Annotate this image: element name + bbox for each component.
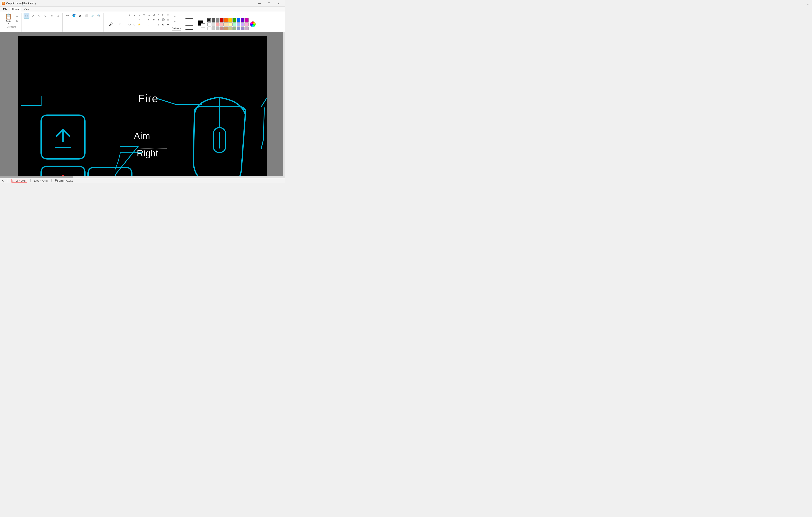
color-wheel[interactable]	[250, 21, 256, 27]
paste-button[interactable]: 📋 Paste ▼	[3, 13, 13, 25]
swatch-green[interactable]	[232, 18, 236, 22]
swatch-ltpink[interactable]	[245, 22, 249, 26]
crop-button[interactable]: ⤢	[30, 13, 36, 19]
canvas-area[interactable]: Fire Aim Right ⬚ 66 × 30px	[0, 32, 285, 178]
horizontal-scrollbar[interactable]	[0, 176, 285, 178]
swatch-ltgreen[interactable]	[232, 22, 236, 26]
swatch-red[interactable]	[220, 18, 224, 22]
shape-ellipse[interactable]: ⬭	[127, 22, 132, 27]
eraser-button[interactable]: ⬜	[83, 13, 89, 19]
shape-scroll-ud[interactable]: ↕	[156, 22, 161, 27]
resize-button[interactable]: ⤡	[36, 13, 42, 19]
maximize-button[interactable]: ❐	[264, 0, 274, 7]
copy-button[interactable]: ⧉	[14, 19, 20, 23]
h-scroll-thumb[interactable]	[0, 176, 73, 178]
shape-scroll-lr[interactable]: →	[151, 22, 156, 27]
shapes-scroll-up[interactable]: ▲	[172, 13, 178, 19]
shape-arrow-d[interactable]: ↓	[142, 18, 146, 22]
swatch-dkyellow[interactable]	[228, 27, 232, 30]
size-4[interactable]	[185, 28, 194, 31]
brush-dropdown-button[interactable]: ▼	[117, 22, 123, 27]
shapes-scroll-dn[interactable]: ▼	[172, 19, 178, 25]
save-button[interactable]: 💾	[21, 1, 26, 6]
rotate-button[interactable]: ↻ ▼	[42, 13, 48, 19]
swatch-ltgray[interactable]	[211, 22, 215, 26]
swatch-black[interactable]	[207, 18, 211, 22]
close-button[interactable]: ✕	[274, 0, 283, 7]
swatch-dkpink[interactable]	[245, 27, 249, 30]
colorpicker-button[interactable]: 💉	[90, 13, 95, 19]
select-button[interactable]: ⬚	[24, 13, 29, 19]
shape-arrow-u[interactable]: ↑	[137, 18, 141, 22]
shape-scroll-up[interactable]: ↑	[142, 22, 146, 27]
shape-rtriangle[interactable]: ◁	[151, 13, 156, 17]
selection-size-indicator[interactable]: ⬚ 66 × 30px	[11, 179, 27, 182]
shape-oval[interactable]: ○	[137, 13, 141, 17]
shape-line[interactable]: /	[127, 13, 132, 17]
brush-select-button[interactable]: 🖌	[106, 19, 116, 30]
outline-button[interactable]: Outline▼	[172, 26, 181, 31]
shape-curve[interactable]: ∿	[132, 13, 137, 17]
shape-hexagon[interactable]: ⬡	[166, 13, 170, 17]
size-3[interactable]	[185, 24, 194, 28]
swatch-white[interactable]	[207, 22, 211, 26]
undo-button[interactable]: ↩	[27, 1, 32, 6]
select-all-button[interactable]: ◱	[55, 13, 61, 19]
shape-rect[interactable]: □	[142, 13, 146, 17]
swatch-orange[interactable]	[224, 18, 228, 22]
shape-pentagon[interactable]: ⬠	[161, 13, 166, 17]
swatch-dkred[interactable]	[220, 27, 224, 30]
swatch-mdgray2[interactable]	[216, 27, 220, 30]
canvas-button[interactable]: ▭	[49, 13, 54, 19]
swatch-ltred2[interactable]	[220, 22, 224, 26]
swatch-purple[interactable]	[241, 18, 244, 22]
shape-star4[interactable]: ✦	[146, 18, 151, 22]
swatch-mdgray[interactable]	[211, 27, 215, 30]
shape-diamond[interactable]: ◇	[156, 13, 161, 17]
swatch-white2[interactable]	[207, 27, 211, 30]
vertical-scrollbar[interactable]	[283, 32, 285, 178]
canvas-content[interactable]: Fire Aim Right ⬚ 66 × 30px	[18, 36, 267, 178]
tab-file[interactable]: File	[1, 7, 9, 12]
shape-rounded-rect[interactable]: ▭	[166, 18, 170, 22]
swatch-blue[interactable]	[237, 18, 240, 22]
pencil-button[interactable]: ✏	[65, 13, 70, 19]
swatch-dkpurple[interactable]	[241, 27, 244, 30]
cut-button[interactable]: ✂	[14, 15, 20, 19]
swatch-ltpurple[interactable]	[241, 22, 244, 26]
fill-button[interactable]: 🪣	[71, 13, 77, 19]
swatch-darkgray[interactable]	[211, 18, 215, 22]
color2-indicator[interactable]	[201, 23, 205, 28]
cursor-tool-icon[interactable]: ↖	[2, 179, 4, 183]
shape-lightning[interactable]: ⚡	[137, 22, 141, 27]
shape-heart[interactable]: ♡	[132, 22, 137, 27]
swatch-ltred[interactable]	[216, 22, 220, 26]
swatch-ltyellow[interactable]	[228, 22, 232, 26]
shape-arrow-r[interactable]: →	[127, 18, 132, 22]
shape-flower[interactable]: ✿	[161, 22, 166, 27]
tab-home[interactable]: Home	[10, 7, 21, 12]
text-button[interactable]: A	[77, 13, 83, 19]
swatch-dkblue[interactable]	[237, 27, 240, 30]
shape-arrow-l[interactable]: ←	[132, 18, 137, 22]
tab-view[interactable]: View	[22, 7, 31, 12]
swatch-magenta[interactable]	[245, 18, 249, 22]
minimize-button[interactable]: —	[255, 0, 264, 7]
redo-button[interactable]: ↪	[33, 1, 37, 6]
shape-star6[interactable]: ✶	[156, 18, 161, 22]
size-2[interactable]	[185, 21, 194, 24]
swatch-dkorange[interactable]	[224, 27, 228, 30]
shape-triangle[interactable]: △	[146, 13, 151, 17]
shape-callout[interactable]: 💬	[161, 18, 166, 22]
swatch-ltblue[interactable]	[237, 22, 240, 26]
magnifier-button[interactable]: 🔍	[96, 13, 102, 19]
shape-star5[interactable]: ★	[151, 18, 156, 22]
size-1[interactable]	[185, 17, 194, 20]
swatch-yellow[interactable]	[228, 18, 232, 22]
swatch-gray[interactable]	[216, 18, 220, 22]
swatch-ltorange[interactable]	[224, 22, 228, 26]
shape-scroll-dn[interactable]: ↓	[146, 22, 151, 27]
swatch-dkgreen[interactable]	[232, 27, 236, 30]
app-icon: 🎨	[2, 2, 5, 5]
shape-cross[interactable]: ✚	[166, 22, 170, 27]
